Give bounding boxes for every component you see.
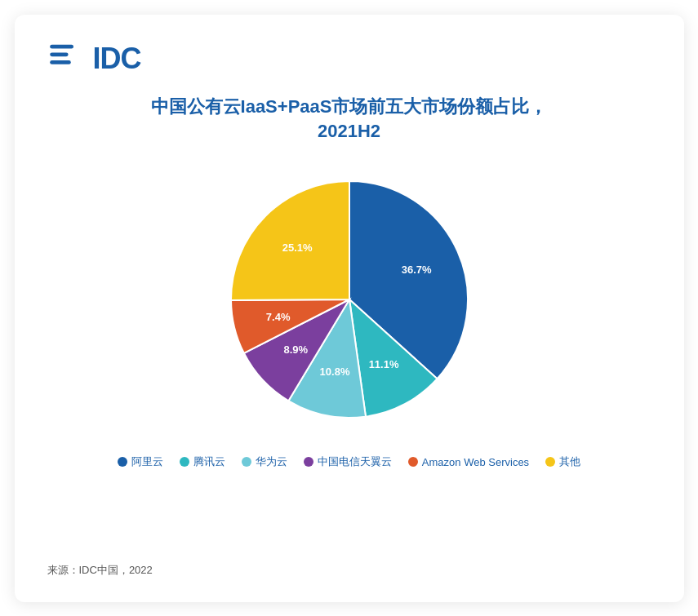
pie-label: 25.1% [282, 242, 312, 254]
svg-rect-0 [50, 44, 73, 48]
legend-label: Amazon Web Services [422, 456, 529, 468]
legend-item: 腾讯云 [180, 454, 225, 469]
pie-label: 11.1% [368, 358, 398, 370]
legend-label: 华为云 [256, 454, 287, 469]
pie-label: 7.4% [265, 311, 290, 323]
pie-label: 10.8% [319, 366, 349, 378]
legend: 阿里云腾讯云华为云中国电信天翼云Amazon Web Services其他 [47, 454, 651, 469]
legend-dot [545, 457, 555, 467]
pie-chart: 36.7%11.1%10.8%8.9%7.4%25.1% [194, 161, 505, 438]
logo-text: IDC [93, 42, 141, 76]
main-card: IDC 中国公有云IaaS+PaaS市场前五大市场份额占比， 2021H2 36… [15, 15, 684, 602]
legend-label: 中国电信天翼云 [318, 454, 392, 469]
legend-dot [304, 457, 313, 467]
logo: IDC [47, 39, 141, 78]
legend-item: 其他 [545, 454, 580, 469]
idc-logo-icon [47, 39, 87, 78]
legend-label: 腾讯云 [193, 454, 225, 469]
pie-label: 8.9% [283, 343, 308, 356]
legend-dot [180, 457, 189, 467]
legend-dot [118, 457, 127, 467]
chart-container: 36.7%11.1%10.8%8.9%7.4%25.1% [47, 161, 651, 438]
pie-label: 36.7% [401, 264, 431, 276]
source-text: 来源：IDC中国，2022 [47, 563, 153, 578]
legend-dot [242, 457, 251, 467]
legend-label: 其他 [559, 454, 580, 469]
legend-item: Amazon Web Services [408, 454, 529, 469]
legend-item: 中国电信天翼云 [304, 454, 392, 469]
legend-dot [408, 457, 418, 467]
chart-title: 中国公有云IaaS+PaaS市场前五大市场份额占比， 2021H2 [47, 95, 651, 145]
legend-item: 华为云 [242, 454, 287, 469]
svg-rect-2 [50, 60, 71, 64]
svg-rect-1 [50, 52, 68, 56]
legend-item: 阿里云 [118, 454, 163, 469]
pie-slice [231, 181, 349, 300]
legend-label: 阿里云 [131, 454, 163, 469]
